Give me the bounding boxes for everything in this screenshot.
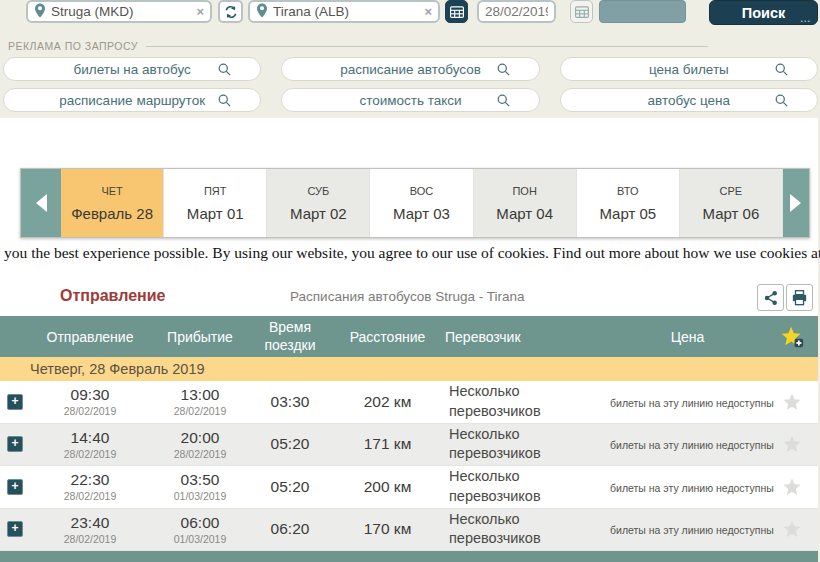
table-header-row: Отправление Прибытие Время поездки Расст… bbox=[0, 316, 818, 357]
calendar-button-dark[interactable] bbox=[445, 0, 468, 23]
swap-direction-button[interactable] bbox=[218, 0, 243, 23]
day-abbrev: ПОН bbox=[512, 185, 536, 197]
favorite-row-button[interactable] bbox=[765, 519, 818, 539]
search-button[interactable]: Поиск ... bbox=[709, 0, 818, 25]
day-cell-fri[interactable]: ПЯТ Март 01 bbox=[164, 169, 267, 237]
arrival-time: 06:00 bbox=[150, 514, 250, 532]
day-cell-wed[interactable]: СРЕ Март 06 bbox=[680, 169, 783, 237]
clear-to-icon[interactable]: × bbox=[424, 4, 432, 19]
ad-pill-bus-price[interactable]: автобус цена bbox=[560, 88, 818, 112]
ads-section: РЕКЛАМА ПО ЗАПРОСУ bbox=[8, 40, 708, 52]
from-value: Struga (MKD) bbox=[51, 4, 191, 19]
from-input[interactable]: Struga (MKD) × bbox=[26, 0, 212, 23]
schedule-subtitle: Расписания автобусов Struga - Tirana bbox=[290, 289, 525, 304]
carousel-prev-button[interactable] bbox=[21, 169, 61, 237]
ticket-availability-note: билеты на эту линию недоступны bbox=[610, 439, 774, 451]
star-icon bbox=[782, 519, 802, 539]
departure-date: 28/02/2019 bbox=[30, 448, 150, 460]
day-date: Март 06 bbox=[703, 205, 760, 222]
ad-pill-schedule[interactable]: расписание автобусов bbox=[281, 57, 539, 81]
col-arrival: Прибытие bbox=[150, 329, 250, 345]
ad-pill-marshrutka[interactable]: расписание маршруток bbox=[3, 88, 261, 112]
table-row: + 23:40 28/02/2019 06:00 01/03/2019 06:2… bbox=[0, 509, 818, 552]
share-icon bbox=[763, 290, 779, 306]
section-title: Отправление bbox=[60, 287, 166, 305]
day-cell-sun[interactable]: ВОС Март 03 bbox=[370, 169, 473, 237]
clear-from-icon[interactable]: × bbox=[196, 4, 204, 19]
col-duration: Время поездки bbox=[250, 319, 330, 354]
col-distance: Расстояние bbox=[330, 329, 445, 345]
print-button[interactable] bbox=[786, 284, 813, 311]
calendar-icon bbox=[450, 5, 464, 18]
search-button-dots: ... bbox=[800, 14, 811, 24]
empty-secondary-button[interactable] bbox=[599, 0, 686, 23]
day-date: Март 02 bbox=[290, 205, 347, 222]
day-group-row: Четверг, 28 Февраль 2019 bbox=[0, 357, 818, 381]
day-cell-mon[interactable]: ПОН Март 04 bbox=[474, 169, 577, 237]
magnifier-icon bbox=[496, 93, 511, 112]
expand-row-button[interactable]: + bbox=[7, 479, 23, 495]
arrival-date: 28/02/2019 bbox=[150, 448, 250, 460]
table-row: + 14:40 28/02/2019 20:00 28/02/2019 05:2… bbox=[0, 424, 818, 467]
magnifier-icon bbox=[774, 93, 789, 112]
schedule-table: Отправление Прибытие Время поездки Расст… bbox=[0, 316, 818, 551]
day-cell-tue[interactable]: ВТО Март 05 bbox=[577, 169, 680, 237]
day-abbrev: СУБ bbox=[307, 185, 329, 197]
day-abbrev: ПЯТ bbox=[204, 185, 227, 197]
table-row: + 22:30 28/02/2019 03:50 01/03/2019 05:2… bbox=[0, 466, 818, 509]
arrival-time: 03:50 bbox=[150, 471, 250, 489]
magnifier-icon bbox=[217, 93, 232, 112]
search-button-label: Поиск bbox=[742, 5, 786, 21]
col-price: Цена bbox=[610, 329, 765, 345]
day-abbrev: ЧЕТ bbox=[101, 185, 122, 197]
arrival-date: 28/02/2019 bbox=[150, 405, 250, 417]
date-input[interactable]: 28/02/2019 bbox=[477, 0, 556, 23]
day-date: Март 04 bbox=[496, 205, 553, 222]
location-pin-icon bbox=[34, 3, 46, 21]
star-icon bbox=[782, 392, 802, 412]
printer-icon bbox=[791, 290, 808, 306]
trip-distance: 171 км bbox=[330, 435, 445, 453]
chevron-left-icon bbox=[36, 194, 47, 212]
favorite-row-button[interactable] bbox=[765, 392, 818, 412]
share-button[interactable] bbox=[757, 284, 784, 311]
col-departure: Отправление bbox=[30, 329, 150, 345]
ad-pill-tickets[interactable]: билеты на автобус bbox=[3, 57, 261, 81]
favorite-row-button[interactable] bbox=[765, 434, 818, 454]
departure-date: 28/02/2019 bbox=[30, 405, 150, 417]
ad-pill-ticket-price[interactable]: цена билеты bbox=[560, 57, 818, 81]
arrival-time: 20:00 bbox=[150, 429, 250, 447]
favorite-row-button[interactable] bbox=[765, 477, 818, 497]
table-footer-bar bbox=[0, 551, 818, 562]
star-icon bbox=[782, 477, 802, 497]
ads-label: РЕКЛАМА ПО ЗАПРОСУ bbox=[8, 40, 138, 52]
departure-date: 28/02/2019 bbox=[30, 490, 150, 502]
ad-pill-label: расписание маршруток bbox=[59, 93, 205, 108]
day-cell-sat[interactable]: СУБ Март 02 bbox=[267, 169, 370, 237]
arrival-date: 01/03/2019 bbox=[150, 533, 250, 545]
day-date: Февраль 28 bbox=[71, 205, 153, 222]
magnifier-icon bbox=[217, 62, 232, 81]
expand-row-button[interactable]: + bbox=[7, 394, 23, 410]
calendar-button-light[interactable] bbox=[570, 0, 593, 23]
expand-row-button[interactable]: + bbox=[7, 521, 23, 537]
departure-date: 28/02/2019 bbox=[30, 533, 150, 545]
to-input[interactable]: Tirana (ALB) × bbox=[248, 0, 440, 23]
ads-divider-line bbox=[146, 46, 708, 47]
carousel-next-button[interactable] bbox=[783, 169, 809, 237]
trip-distance: 200 км bbox=[330, 478, 445, 496]
favorites-header-button[interactable] bbox=[765, 325, 818, 349]
day-abbrev: ВОС bbox=[410, 185, 433, 197]
day-cell-thu[interactable]: ЧЕТ Февраль 28 bbox=[61, 169, 164, 237]
carrier-name: Несколько перевозчиков bbox=[445, 510, 560, 549]
ad-pill-taxi-cost[interactable]: стоимость такси bbox=[281, 88, 539, 112]
departure-time: 14:40 bbox=[30, 429, 150, 447]
ad-pill-label: цена билеты bbox=[649, 62, 729, 77]
trip-duration: 03:30 bbox=[250, 393, 330, 411]
star-icon bbox=[782, 434, 802, 454]
expand-row-button[interactable]: + bbox=[7, 436, 23, 452]
trip-distance: 202 км bbox=[330, 393, 445, 411]
ticket-availability-note: билеты на эту линию недоступны bbox=[610, 482, 774, 494]
col-carrier: Перевозчик bbox=[445, 329, 610, 345]
trip-duration: 06:20 bbox=[250, 520, 330, 538]
